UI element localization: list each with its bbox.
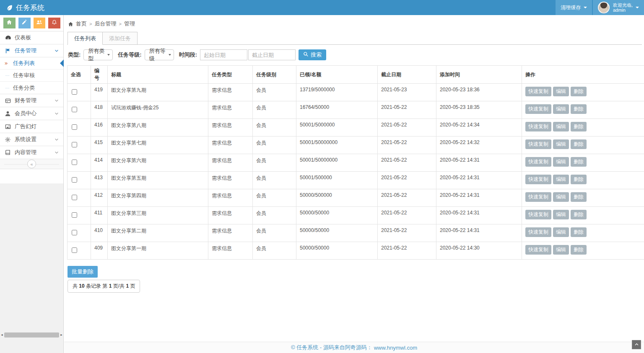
end-date-input[interactable] (248, 49, 296, 60)
row-checkbox[interactable] (72, 195, 77, 200)
quick-copy-button[interactable]: 快速复制 (525, 210, 551, 219)
sidebar-item-system-settings[interactable]: 系统设置 (0, 133, 63, 146)
filter-bar: 类型: 所有类型 任务等级: 所有等级 时间段: 搜索 (68, 49, 642, 60)
bell-icon (52, 19, 57, 27)
row-checkbox[interactable] (72, 107, 77, 112)
sidebar-horizontal-scrollbar[interactable]: ◄ ► (0, 332, 63, 338)
sidebar-item-finance[interactable]: 财务管理 (0, 94, 63, 107)
delete-button[interactable]: 删除 (571, 87, 587, 96)
table-row: 414图文分享第六期需求信息会员50001/500000002021-05-22… (68, 154, 644, 172)
delete-button[interactable]: 删除 (571, 122, 587, 131)
user-menu-button[interactable]: 欢迎光临, admin (593, 0, 644, 15)
sidebar-item-task-management[interactable]: 任务管理 (0, 44, 63, 57)
row-checkbox[interactable] (72, 230, 77, 235)
cell-added-time: 2020-05-22 14:30 (436, 242, 522, 260)
back-to-top-button[interactable] (632, 340, 641, 349)
delete-button[interactable]: 删除 (571, 245, 587, 255)
type-select[interactable]: 所有类型 (83, 49, 113, 60)
delete-button[interactable]: 删除 (571, 210, 587, 219)
footer-link[interactable]: www.hnymwl.com (374, 345, 417, 351)
edit-button[interactable]: 编辑 (553, 122, 569, 131)
edit-shortcut-button[interactable] (18, 18, 31, 28)
edit-button[interactable]: 编辑 (553, 192, 569, 202)
quick-copy-button[interactable]: 快速复制 (525, 104, 551, 114)
breadcrumb-admin[interactable]: 后台管理 (94, 20, 116, 28)
finance-icon (5, 98, 13, 104)
quick-copy-button[interactable]: 快速复制 (525, 192, 551, 202)
sidebar-item-dashboard[interactable]: 仪表板 (0, 31, 63, 44)
edit-button[interactable]: 编辑 (553, 210, 569, 219)
row-checkbox[interactable] (72, 247, 77, 253)
sidebar-item-task-review[interactable]: 任务审核 (0, 70, 63, 82)
welcome-text: 欢迎光临, admin (613, 3, 633, 13)
level-select[interactable]: 所有等级 (145, 49, 174, 60)
select-cell (68, 172, 91, 189)
delete-button[interactable]: 删除 (571, 104, 587, 114)
row-checkbox[interactable] (72, 177, 77, 183)
cell-id: 414 (91, 154, 108, 172)
search-button[interactable]: 搜索 (299, 49, 326, 60)
row-checkbox[interactable] (72, 89, 77, 95)
edit-button[interactable]: 编辑 (553, 139, 569, 149)
collapse-sidebar-button[interactable]: « (27, 160, 36, 168)
task-table-body: 419图文分享第九期需求信息会员13719/50000002021-05-232… (68, 84, 644, 260)
top-navbar: 任务系统 清理缓存 欢迎光临, admin (0, 0, 644, 15)
quick-copy-button[interactable]: 快速复制 (525, 245, 551, 255)
edit-button[interactable]: 编辑 (553, 104, 569, 114)
sidebar-item-content-management[interactable]: 内容管理 (0, 146, 63, 159)
edit-button[interactable]: 编辑 (553, 87, 569, 96)
delete-button[interactable]: 删除 (571, 157, 587, 167)
period-filter-label: 时间段: (179, 51, 197, 59)
cell-deadline: 2021-05-22 (378, 137, 436, 154)
batch-delete-button[interactable]: 批量删除 (68, 266, 98, 278)
notifications-shortcut-button[interactable] (48, 18, 60, 28)
tab-add-task[interactable]: 添加任务 (103, 32, 138, 45)
edit-button[interactable]: 编辑 (553, 157, 569, 167)
delete-button[interactable]: 删除 (571, 139, 587, 149)
table-row: 418试玩游戏赚钱-佣金25需求信息会员16764/500002021-05-2… (68, 101, 644, 119)
row-checkbox[interactable] (72, 160, 77, 165)
breadcrumb-home[interactable]: 首页 (76, 20, 87, 28)
cell-quota: 50000/50000 (296, 242, 378, 260)
home-shortcut-button[interactable] (3, 18, 16, 28)
users-shortcut-button[interactable] (34, 18, 46, 28)
row-checkbox[interactable] (72, 142, 77, 147)
cell-added-time: 2020-05-22 14:32 (436, 137, 522, 154)
delete-button[interactable]: 删除 (571, 227, 587, 237)
cell-type: 需求信息 (208, 207, 253, 224)
scrollbar-thumb[interactable] (4, 332, 59, 338)
row-checkbox[interactable] (72, 212, 77, 218)
scroll-left-arrow-icon[interactable]: ◄ (0, 333, 4, 336)
caret-down-icon (107, 54, 110, 56)
scroll-right-arrow-icon[interactable]: ► (60, 333, 63, 336)
home-icon (68, 21, 73, 27)
start-date-input[interactable] (200, 49, 247, 60)
sidebar-item-task-category[interactable]: 任务分类 (0, 82, 63, 94)
delete-button[interactable]: 删除 (571, 192, 587, 202)
actions-cell: 快速复制编辑删除 (522, 242, 644, 260)
edit-button[interactable]: 编辑 (553, 175, 569, 184)
quick-copy-button[interactable]: 快速复制 (525, 87, 551, 96)
sidebar-item-member-center[interactable]: 会员中心 (0, 107, 63, 120)
quick-copy-button[interactable]: 快速复制 (525, 157, 551, 167)
quick-copy-button[interactable]: 快速复制 (525, 175, 551, 184)
quick-copy-button[interactable]: 快速复制 (525, 122, 551, 131)
picture-icon (5, 124, 13, 130)
tab-task-list[interactable]: 任务列表 (68, 32, 103, 45)
cell-deadline: 2021-05-22 (378, 172, 436, 189)
delete-button[interactable]: 删除 (571, 175, 587, 184)
column-header: 任务级别 (253, 66, 296, 84)
edit-button[interactable]: 编辑 (553, 227, 569, 237)
row-checkbox[interactable] (72, 124, 77, 130)
table-row: 416图文分享第八期需求信息会员50001/50000002021-05-222… (68, 119, 644, 137)
quick-copy-button[interactable]: 快速复制 (525, 139, 551, 149)
sidebar-item-ad-slides[interactable]: 广告幻灯 (0, 120, 63, 133)
quick-copy-button[interactable]: 快速复制 (525, 227, 551, 237)
column-header: 全选 (68, 66, 91, 84)
caret-down-icon (636, 7, 639, 8)
clear-cache-button[interactable]: 清理缓存 (556, 0, 592, 15)
edit-button[interactable]: 编辑 (553, 245, 569, 255)
users-icon (36, 19, 42, 27)
sidebar-item-task-list[interactable]: 任务列表 (0, 57, 63, 70)
breadcrumb: 首页 > 后台管理 > 管理 (67, 19, 642, 32)
